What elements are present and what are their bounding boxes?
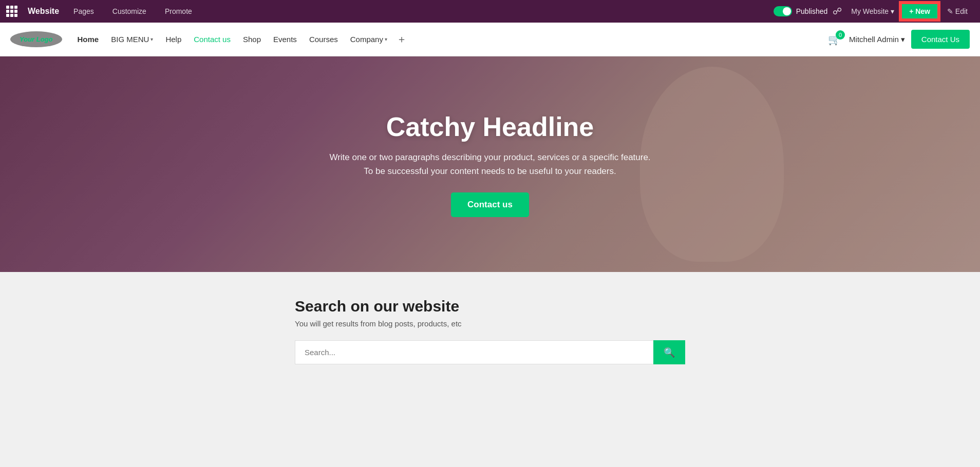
hero-content: Catchy Headline Write one or two paragra… [319, 111, 661, 217]
hero-subtext-line1: Write one or two paragraphs describing y… [329, 152, 650, 162]
hero-cta-button[interactable]: Contact us [451, 192, 529, 217]
nav-company[interactable]: Company ▾ [345, 31, 392, 48]
nav-right: Mitchell Admin ▾ Contact Us [849, 30, 970, 49]
nav-shop[interactable]: Shop [238, 31, 266, 48]
published-toggle-wrapper: Published [774, 6, 828, 16]
nav-contact-us[interactable]: Contact us [189, 31, 236, 48]
search-bar: 🔍 [295, 340, 685, 364]
website-nav: Your Logo Home BIG MENU ▾ Help Contact u… [0, 23, 980, 56]
admin-nav-promote[interactable]: Promote [161, 5, 196, 17]
search-icon: 🔍 [664, 347, 675, 358]
user-menu[interactable]: Mitchell Admin ▾ [849, 35, 905, 44]
user-menu-arrow-icon: ▾ [901, 35, 905, 44]
hero-subtext: Write one or two paragraphs describing y… [329, 150, 650, 178]
company-arrow-icon: ▾ [385, 36, 387, 42]
my-website-arrow-icon: ▾ [891, 7, 894, 15]
cart-icon[interactable]: 🛒 0 [828, 33, 841, 46]
user-name-label: Mitchell Admin [849, 35, 899, 44]
search-button[interactable]: 🔍 [653, 340, 685, 364]
nav-events[interactable]: Events [268, 31, 302, 48]
new-button[interactable]: + New [900, 3, 939, 20]
search-section: Search on our website You will get resul… [0, 272, 980, 395]
logo-text: Your Logo [20, 35, 53, 43]
cart-badge: 0 [836, 30, 845, 40]
my-website-button[interactable]: My Website ▾ [847, 5, 898, 17]
published-toggle[interactable] [774, 6, 792, 16]
hero-section: Catchy Headline Write one or two paragra… [0, 56, 980, 272]
logo[interactable]: Your Logo [10, 31, 62, 47]
nav-help[interactable]: Help [160, 31, 186, 48]
search-subtitle: You will get results from blog posts, pr… [295, 319, 685, 328]
hero-background-figure [640, 67, 784, 262]
admin-nav-customize[interactable]: Customize [108, 5, 150, 17]
mobile-preview-icon[interactable]: ☍ [830, 4, 845, 19]
hero-headline: Catchy Headline [329, 111, 650, 142]
nav-courses[interactable]: Courses [304, 31, 343, 48]
published-label: Published [796, 7, 828, 15]
search-title: Search on our website [295, 298, 685, 315]
contact-us-nav-button[interactable]: Contact Us [911, 30, 970, 49]
add-nav-item-icon[interactable]: ＋ [394, 30, 409, 48]
my-website-label: My Website [851, 7, 889, 15]
nav-links: Home BIG MENU ▾ Help Contact us Shop Eve… [72, 30, 820, 48]
nav-big-menu[interactable]: BIG MENU ▾ [106, 31, 158, 48]
search-inner: Search on our website You will get resul… [295, 298, 685, 364]
big-menu-arrow-icon: ▾ [150, 36, 153, 42]
edit-button[interactable]: ✎ Edit [941, 4, 974, 18]
nav-home[interactable]: Home [72, 31, 104, 48]
search-input[interactable] [295, 340, 653, 364]
admin-bar: Website Pages Customize Promote Publishe… [0, 0, 980, 23]
admin-nav-pages[interactable]: Pages [69, 5, 98, 17]
hero-subtext-line2: To be successful your content needs to b… [364, 166, 616, 176]
grid-menu-icon[interactable] [6, 6, 17, 17]
admin-app-title: Website [28, 7, 59, 16]
